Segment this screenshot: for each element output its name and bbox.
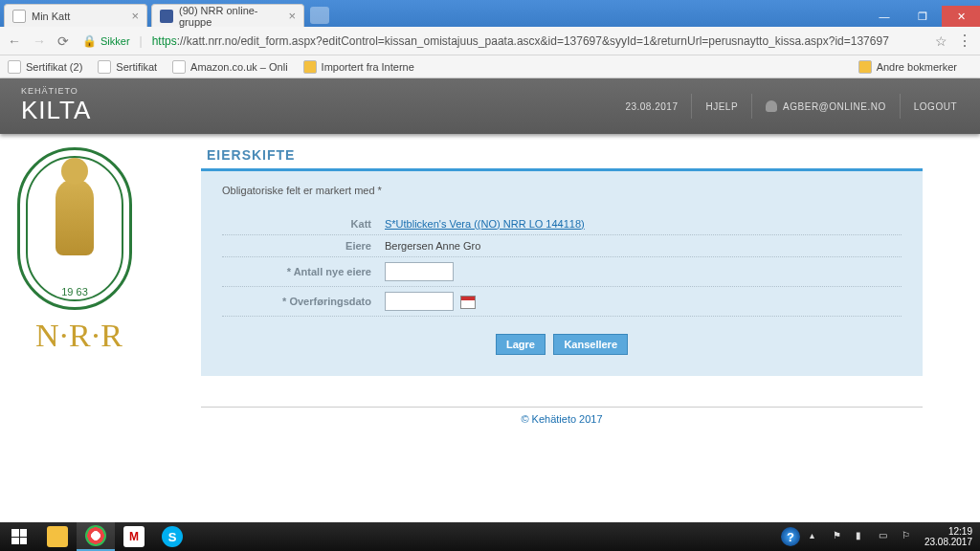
new-owner-count-input[interactable] [385, 262, 454, 281]
logout-link[interactable]: LOGOUT [900, 94, 970, 119]
transfer-date-input[interactable] [385, 292, 454, 311]
cat-link[interactable]: S*Utblicken's Vera ((NO) NRR LO 144118) [385, 218, 585, 230]
user-icon [766, 100, 777, 112]
tray-chevron-up-icon[interactable]: ▴ [810, 530, 823, 543]
vendor-label: KEHÄTIETO [21, 86, 78, 96]
maximize-button[interactable]: ❐ [903, 6, 942, 27]
url-text[interactable]: https://katt.nrr.no/edit_form.aspx?editC… [152, 34, 925, 48]
user-menu[interactable]: AGBER@ONLINE.NO [751, 94, 900, 119]
app-title: KILTA [21, 96, 91, 125]
page-icon [98, 60, 111, 74]
help-icon[interactable]: ? [781, 527, 800, 546]
taskbar-chrome[interactable] [77, 522, 115, 551]
close-icon[interactable]: × [125, 9, 139, 23]
tray-battery-icon[interactable]: ▭ [879, 530, 892, 543]
page-icon [12, 10, 26, 23]
taskbar-skype[interactable]: S [153, 522, 191, 551]
start-button[interactable] [0, 522, 38, 551]
header-date: 23.08.2017 [612, 94, 691, 119]
other-bookmarks[interactable]: Andre bokmerker [858, 60, 957, 74]
bookmark-item[interactable]: Importert fra Interne [303, 60, 414, 74]
bookmark-item[interactable]: Sertifikat (2) [8, 60, 82, 74]
save-button[interactable]: Lagre [496, 334, 546, 355]
org-logo: 19 63 [17, 147, 132, 310]
secure-badge[interactable]: 🔒 Sikker [82, 34, 130, 48]
bookmark-item[interactable]: Sertifikat [98, 60, 157, 74]
tray-action-center-icon[interactable]: ⚑ [833, 530, 846, 543]
secure-label: Sikker [100, 35, 130, 47]
calendar-icon[interactable] [460, 296, 476, 309]
cat-label: Katt [222, 218, 385, 230]
help-link[interactable]: HJELP [691, 94, 751, 119]
owner-value: Bergersen Anne Gro [385, 240, 480, 252]
new-owner-count-label: * Antall nye eiere [222, 266, 385, 277]
tab-label: (90) NRR online-gruppe [179, 5, 282, 28]
form-panel: Obligatoriske felt er markert med * Katt… [201, 168, 923, 376]
bookmarks-bar: Sertifikat (2) Sertifikat Amazon.co.uk –… [0, 55, 980, 78]
address-bar: ← → ⟳ 🔒 Sikker | https://katt.nrr.no/edi… [0, 27, 980, 55]
close-icon[interactable]: × [282, 9, 296, 23]
folder-icon [858, 60, 872, 74]
tab-active[interactable]: Min Katt × [4, 4, 147, 27]
forward-button[interactable]: → [33, 33, 48, 49]
tray-flag-icon[interactable]: ⚐ [902, 530, 915, 543]
page-icon [8, 60, 21, 74]
minimize-button[interactable]: — [865, 6, 903, 27]
transfer-date-label: * Overføringsdato [222, 296, 385, 307]
app-header: KEHÄTIETO KILTA 23.08.2017 HJELP AGBER@O… [0, 78, 980, 134]
tray-network-icon[interactable]: ▮ [856, 530, 869, 543]
required-note: Obligatoriske felt er markert med * [222, 185, 902, 196]
lock-icon: 🔒 [82, 34, 97, 48]
browser-titlebar: Min Katt × (90) NRR online-gruppe × — ❐ … [0, 0, 980, 27]
bookmark-item[interactable]: Amazon.co.uk – Onli [172, 60, 288, 74]
nrr-text: N·R·R [17, 318, 142, 354]
tab-inactive[interactable]: (90) NRR online-gruppe × [151, 4, 304, 27]
window-close-button[interactable]: ✕ [942, 6, 980, 27]
cancel-button[interactable]: Kansellere [553, 334, 628, 355]
folder-icon [303, 60, 317, 74]
taskbar-explorer[interactable] [38, 522, 77, 551]
owner-label: Eiere [222, 240, 385, 252]
tab-label: Min Katt [32, 11, 70, 22]
bookmark-star-icon[interactable]: ☆ [935, 33, 947, 49]
windows-taskbar: M S ? ▴ ⚑ ▮ ▭ ⚐ 12:19 23.08.2017 [0, 522, 980, 551]
taskbar-clock[interactable]: 12:19 23.08.2017 [924, 526, 972, 547]
new-tab-button[interactable] [310, 7, 329, 24]
chrome-menu-icon[interactable]: ⋮ [957, 32, 972, 50]
page-title: EIERSKIFTE [201, 147, 923, 163]
back-button[interactable]: ← [8, 33, 23, 49]
taskbar-mcafee[interactable]: M [115, 522, 153, 551]
page-footer: © Kehätieto 2017 [201, 407, 923, 425]
reload-button[interactable]: ⟳ [57, 33, 73, 49]
facebook-icon [160, 10, 173, 23]
page-icon [172, 60, 186, 74]
